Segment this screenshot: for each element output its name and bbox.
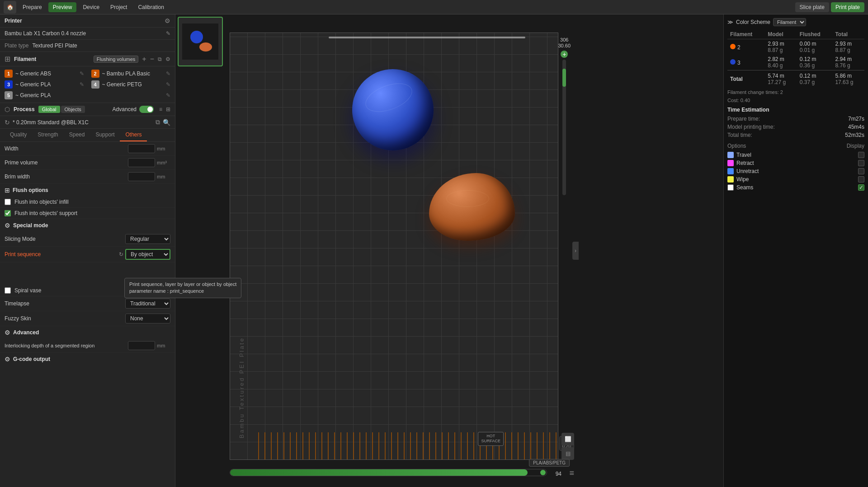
viewport-3d[interactable]: Bambu Textured PEI Plate HOTSURFACE xyxy=(230,33,558,460)
option-unretract: Unretract xyxy=(727,167,864,175)
flushing-volumes-button[interactable]: Flushing volumes xyxy=(94,56,139,63)
view-icon-2[interactable]: ▤ xyxy=(561,447,574,460)
filament-gear-icon[interactable]: ⚙ xyxy=(165,56,170,62)
profile-refresh-icon[interactable]: ↻ xyxy=(5,119,10,126)
printer-edit-icon[interactable]: ✎ xyxy=(166,30,170,37)
print-plate-button[interactable]: Print plate xyxy=(831,2,864,12)
prepare-tab[interactable]: Prepare xyxy=(18,2,47,12)
project-tab[interactable]: Project xyxy=(106,2,132,12)
profile-search-icon[interactable]: 🔍 xyxy=(163,119,170,126)
retract-check[interactable] xyxy=(858,160,864,166)
flush-infill-row: Flush into objects' infill xyxy=(0,197,175,208)
gcode-output-header[interactable]: ⚙ G-code output xyxy=(0,353,175,365)
width-input[interactable]: 35 xyxy=(128,144,155,153)
slice-plate-button[interactable]: Slice plate xyxy=(795,2,829,12)
left-panel: Printer ⚙ Bambu Lab X1 Carbon 0.4 nozzle… xyxy=(0,14,175,487)
profile-row: ↻ * 0.20mm Standard @BBL X1C ⧉ 🔍 xyxy=(0,116,175,129)
calibration-tab[interactable]: Calibration xyxy=(133,2,168,12)
home-button[interactable]: 🏠 xyxy=(4,1,16,14)
orange-wire-lines xyxy=(253,432,558,459)
filament-row-1: 1 ~ Generic ABS ✎ 2 ~ Bambu PLA Basic ✎ xyxy=(5,68,170,79)
unretract-check[interactable] xyxy=(858,168,864,174)
prime-volume-input[interactable]: 45 xyxy=(128,158,155,167)
plate-type-row: Plate type Textured PEI Plate xyxy=(0,40,175,52)
col-total: Total xyxy=(832,30,864,39)
stats-filament-2: 2 xyxy=(727,39,765,55)
zoom-plus-button[interactable]: + xyxy=(561,51,568,58)
width-input-group: 35 mm xyxy=(128,144,170,153)
layers-icon[interactable]: ≡ xyxy=(569,468,574,478)
advanced-section-title: Advanced xyxy=(13,329,39,336)
tab-others[interactable]: Others xyxy=(120,129,147,141)
width-setting: Width 35 mm xyxy=(0,142,175,156)
filament-edit-5[interactable]: ✎ xyxy=(166,92,170,98)
process-nodes-icon[interactable]: ⊞ xyxy=(166,106,170,112)
filament-list: 1 ~ Generic ABS ✎ 2 ~ Bambu PLA Basic ✎ … xyxy=(0,66,175,103)
special-mode-header[interactable]: ⚙ Special mode xyxy=(0,219,175,232)
print-sequence-select[interactable]: By object By layer xyxy=(125,249,170,260)
flush-infill-checkbox[interactable] xyxy=(5,199,11,205)
view-icon-1[interactable]: ⬜ xyxy=(561,433,574,445)
topbar: 🏠 Prepare Preview Device Project Calibra… xyxy=(0,0,868,14)
settings-tabs: Quality Strength Speed Support Others xyxy=(0,129,175,142)
flush-options-header[interactable]: ⊞ Flush options xyxy=(0,184,175,197)
brim-width-setting: Brim width 3 mm xyxy=(0,170,175,184)
travel-check[interactable] xyxy=(858,152,864,158)
filament-edit-2[interactable]: ✎ xyxy=(166,70,170,77)
color-scheme-select[interactable]: Filament Layer Feature xyxy=(773,18,806,26)
print-sequence-reset-icon[interactable]: ↻ xyxy=(119,251,123,258)
advanced-section-header[interactable]: ⚙ Advanced xyxy=(0,326,175,339)
tab-strength[interactable]: Strength xyxy=(32,129,63,141)
advanced-toggle-switch[interactable] xyxy=(139,106,154,113)
printer-gear-icon[interactable]: ⚙ xyxy=(165,17,170,24)
bottom-right-icons: ⬜ ▤ xyxy=(561,433,574,460)
svg-point-1 xyxy=(190,31,203,43)
svg-point-2 xyxy=(199,42,212,52)
option-wipe: Wipe xyxy=(727,175,864,183)
profile-save-icon[interactable]: ⧉ xyxy=(156,118,160,126)
spiral-vase-checkbox[interactable] xyxy=(5,287,11,294)
right-panel-collapse-button[interactable]: › xyxy=(572,242,579,260)
grid-plate: Bambu Textured PEI Plate HOTSURFACE xyxy=(230,33,558,460)
timelapse-select[interactable]: Traditional None xyxy=(125,299,170,309)
interlocking-input[interactable]: 0 xyxy=(128,341,155,350)
filament-copy-icon[interactable]: ⧉ xyxy=(158,56,162,62)
material-indicator: PLA/ABS/PETG xyxy=(529,459,570,467)
filament-edit-1[interactable]: ✎ xyxy=(80,70,84,77)
tab-speed[interactable]: Speed xyxy=(64,129,90,141)
zoom-thumb[interactable] xyxy=(562,69,566,87)
filament-edit-3[interactable]: ✎ xyxy=(80,81,84,88)
tab-support[interactable]: Support xyxy=(90,129,120,141)
zoom-track[interactable] xyxy=(562,60,566,195)
slicing-mode-select[interactable]: Regular Other xyxy=(125,234,170,244)
brim-width-input[interactable]: 3 xyxy=(128,172,155,181)
wipe-check[interactable] xyxy=(858,176,864,183)
device-tab[interactable]: Device xyxy=(78,2,104,12)
color-scheme-label: Color Scheme xyxy=(736,19,770,25)
objects-tag[interactable]: Objects xyxy=(61,106,85,113)
filament-change-value: 2 xyxy=(780,89,783,95)
remove-filament-button[interactable]: − xyxy=(150,55,154,63)
add-filament-button[interactable]: + xyxy=(142,55,146,63)
seams-check[interactable]: ✓ xyxy=(858,184,864,191)
fuzzy-skin-select[interactable]: None Outer xyxy=(125,314,170,323)
flush-support-checkbox[interactable] xyxy=(5,210,11,216)
plate-top-bar xyxy=(329,37,525,38)
filament-name-5: ~ Generic PLA xyxy=(15,92,163,98)
color-scheme-expand-icon[interactable]: ≫ xyxy=(727,19,733,25)
preview-tab[interactable]: Preview xyxy=(48,2,77,12)
filament-edit-4[interactable]: ✎ xyxy=(166,81,170,88)
filament-change-label: Filament change times: xyxy=(727,89,779,95)
prime-volume-input-group: 45 mm³ xyxy=(128,158,170,167)
stats-table: Filament Model Flushed Total 2 2.93 m8.8… xyxy=(727,30,864,87)
advanced-section-icon: ⚙ xyxy=(5,329,10,336)
plate-type-value[interactable]: Textured PEI Plate xyxy=(32,42,77,49)
filament-num-1: 1 xyxy=(5,70,13,78)
options-header: Options Display xyxy=(727,143,864,149)
prepare-time-row: Prepare time: 7m27s xyxy=(727,115,864,123)
col-flushed: Flushed xyxy=(797,30,833,39)
global-tag[interactable]: Global xyxy=(38,106,60,113)
process-list-icon[interactable]: ≡ xyxy=(159,106,162,112)
tab-quality[interactable]: Quality xyxy=(5,129,32,141)
object-blue-sphere xyxy=(352,69,434,150)
